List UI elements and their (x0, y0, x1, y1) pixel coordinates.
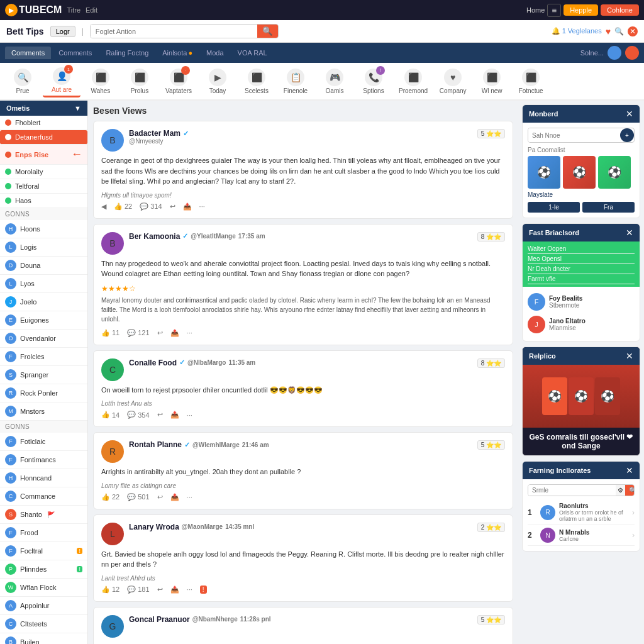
continue-btn[interactable]: Cohlone (601, 4, 639, 16)
comment-action-3[interactable]: 💬 501 (127, 493, 149, 501)
share-action-3[interactable]: 📤 (170, 493, 179, 501)
sidebar-item-mnstors[interactable]: M Mnstors (0, 402, 87, 421)
sidebar-item-plinndes[interactable]: P Plinndes ! (0, 560, 87, 579)
more-action-0[interactable]: ··· (199, 203, 205, 210)
ranking-search-input[interactable] (528, 485, 616, 496)
nav-wahes[interactable]: ⬛ Wahes (82, 66, 119, 97)
search-btn[interactable]: 🔍 (257, 25, 278, 38)
sidebar-item-lyos[interactable]: L Lyos (0, 275, 87, 293)
ad-close-btn[interactable]: ✕ (626, 351, 633, 361)
reply-action-4[interactable]: ↩ (157, 586, 163, 594)
more-action-2[interactable]: ··· (187, 411, 192, 419)
more-action-1[interactable]: ··· (187, 329, 192, 336)
share-action-4[interactable]: 📤 (170, 586, 179, 594)
sidebar-item-joelo[interactable]: J Joelo (0, 293, 87, 311)
sidebar-item-enps-rise[interactable]: Enps Rise ← (0, 145, 87, 165)
login-btn[interactable]: Logr (50, 26, 75, 37)
like-action-2[interactable]: 👍 14 (101, 411, 119, 419)
sidebar-item-euigones[interactable]: E Euigones (0, 311, 87, 330)
sidebar-item-honncand[interactable]: H Honncand (0, 469, 87, 487)
comment-action-4[interactable]: 💬 181 (127, 586, 149, 594)
member-btn1[interactable]: 1-le (528, 202, 580, 213)
close-icon[interactable]: ✕ (628, 26, 638, 36)
nav-tab-moda[interactable]: Moda (200, 47, 230, 59)
share-action-1[interactable]: 📤 (170, 329, 179, 337)
share-action-2[interactable]: 📤 (170, 411, 179, 419)
nav-tab-ainlsota[interactable]: Ainlsota● (156, 47, 199, 59)
ranking-search-btn[interactable]: 🔍 (625, 485, 635, 496)
nav-aut-are[interactable]: 👤1 Aut are (43, 65, 80, 97)
sidebar-item-fhoblert[interactable]: Fhoblert (0, 116, 87, 130)
heart-icon[interactable]: ♥ (606, 26, 611, 36)
nav-finenole[interactable]: 📋 Finenole (277, 66, 314, 97)
top-menu-btn[interactable]: ≡ (547, 4, 561, 17)
sidebar-item-fotlclaic[interactable]: F Fotlclaic (0, 433, 87, 451)
sidebar-item-teltforal[interactable]: Teltforal (0, 179, 87, 194)
share-action-0[interactable]: 📤 (183, 203, 192, 211)
top-nav-edit[interactable]: Edit (86, 6, 97, 14)
nav-proemond[interactable]: ⬛ Proemond (394, 66, 433, 97)
sidebar-item-commance[interactable]: C Commance (0, 487, 87, 506)
sidebar-item-builen[interactable]: B Builen (0, 633, 87, 644)
member-btn2[interactable]: Fra (582, 202, 635, 213)
nav-today[interactable]: ▶ Today (199, 66, 236, 97)
nav-sptions[interactable]: 📞! Sptions (355, 66, 392, 97)
sidebar-item-morolaity[interactable]: Morolaity (0, 165, 87, 179)
reply-action-3[interactable]: ↩ (157, 493, 163, 501)
nav-tab-voaral[interactable]: VOA RAL (231, 47, 274, 59)
prev-icon-0[interactable]: ◀ (101, 203, 106, 211)
sidebar-item-haos[interactable]: Haos (0, 194, 87, 208)
rank-chevron-0[interactable]: › (632, 508, 635, 517)
nav-vaptaters[interactable]: ⬛· Vaptaters (160, 66, 197, 97)
sidebar-item-wflanflock[interactable]: W Wflan Flock (0, 579, 87, 597)
sidebar-item-fontimancs[interactable]: F Fontimancs (0, 451, 87, 469)
sidebar-item-shanto[interactable]: S Shanto 🚩 (0, 506, 87, 524)
sidebar-item-logis[interactable]: L Logis (0, 238, 87, 257)
sidebar-item-rockponler[interactable]: R Rock Ponler (0, 384, 87, 402)
search-icon[interactable]: 🔍 (614, 27, 624, 36)
sidebar-item-cltsteets[interactable]: C Cltsteets (0, 615, 87, 633)
nav-tab-comments1[interactable]: Comments (5, 47, 51, 59)
sidebar-item-ovendanlor[interactable]: O Ovendanlor (0, 330, 87, 348)
nav-company[interactable]: ♥ Company (434, 66, 472, 97)
sidebar-item-appoinlur[interactable]: A Appoinlur (0, 597, 87, 615)
nav-prue[interactable]: 🔍 Prue (4, 66, 42, 97)
ranking-close-btn[interactable]: ✕ (626, 465, 633, 475)
nav-oamis[interactable]: 🎮 Oamis (316, 66, 353, 97)
nav-tab-comments2[interactable]: Comments (52, 47, 98, 59)
member-add-btn[interactable]: + (620, 128, 634, 142)
comment-action-0[interactable]: 💬 314 (140, 203, 162, 211)
sidebar-item-spranger[interactable]: S Spranger (0, 366, 87, 384)
nav-prolus[interactable]: ⬛ Prolus (121, 66, 158, 97)
like-action-1[interactable]: 👍 11 (101, 329, 119, 337)
sidebar-item-douna[interactable]: D Douna (0, 257, 87, 275)
search-input[interactable] (91, 25, 257, 38)
sidebar-section-ometis[interactable]: Ometis ▼ (0, 101, 87, 116)
comment-action-1[interactable]: 💬 121 (127, 329, 149, 337)
like-action-0[interactable]: 👍 22 (114, 203, 132, 211)
sidebar-item-frood[interactable]: F Frood (0, 524, 87, 542)
sidebar-item-detanerfusd[interactable]: Detanerfusd (0, 130, 87, 145)
nav-scelests[interactable]: ⬛ Scelests (238, 66, 275, 97)
nav-fotnctue[interactable]: ⬛ Fotnctue (512, 66, 550, 97)
nav-tab-raling[interactable]: Raling Foctng (99, 47, 155, 59)
rank-chevron-1[interactable]: › (632, 531, 635, 540)
member-close-btn[interactable]: ✕ (626, 109, 633, 119)
more-action-4[interactable]: ··· (187, 586, 192, 593)
nav-wlnew[interactable]: ⬛ Wl new (473, 66, 511, 97)
more-action-3[interactable]: ··· (187, 493, 192, 501)
like-action-3[interactable]: 👍 22 (101, 493, 119, 501)
comment-action-2[interactable]: 💬 354 (127, 411, 149, 419)
top-nav-titre[interactable]: Titre (67, 6, 80, 14)
sidebar-item-hoons[interactable]: H Hoons (0, 220, 87, 238)
reply-action-2[interactable]: ↩ (157, 411, 163, 419)
top-home[interactable]: Home (526, 6, 545, 14)
fast-close-btn[interactable]: ✕ (626, 228, 633, 238)
reply-action-1[interactable]: ↩ (157, 329, 163, 337)
sidebar-item-frolcles[interactable]: F Frolcles (0, 348, 87, 366)
help-btn[interactable]: Hepple (564, 4, 598, 16)
like-action-4[interactable]: 👍 12 (101, 586, 119, 594)
reply-action-0[interactable]: ↩ (170, 203, 175, 211)
member-search-input[interactable] (528, 128, 620, 142)
sidebar-item-focltral[interactable]: F Focltral ! (0, 542, 87, 560)
